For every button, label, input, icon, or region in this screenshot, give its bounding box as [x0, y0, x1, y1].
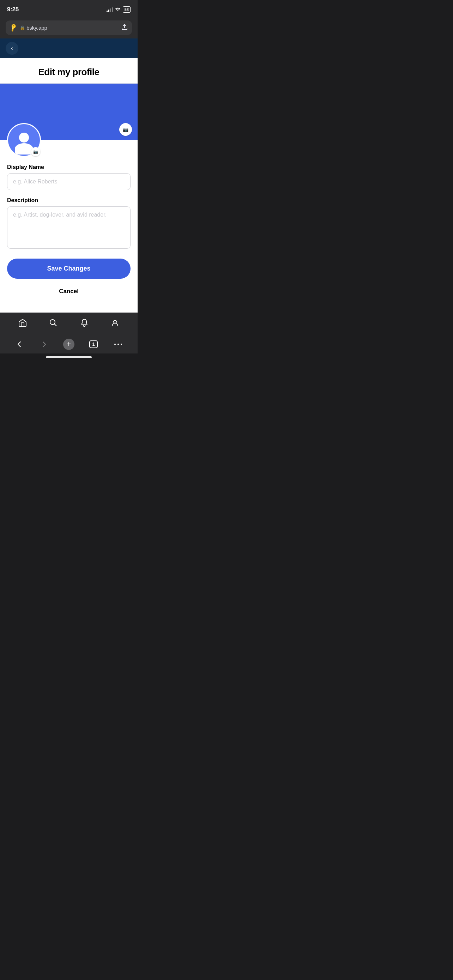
tab-count-badge: 1	[89, 340, 98, 348]
cover-camera-icon: 📷	[123, 127, 129, 132]
signal-icon	[106, 7, 113, 12]
status-bar: 9:25 58	[0, 0, 138, 18]
back-button[interactable]: ‹	[6, 42, 18, 55]
svg-point-4	[118, 344, 119, 345]
tabs-button[interactable]: 1	[81, 340, 106, 348]
svg-point-5	[121, 344, 122, 345]
status-icons: 58	[106, 6, 130, 13]
more-button[interactable]	[106, 343, 130, 345]
app-nav-bar	[0, 313, 138, 334]
cover-photo-button[interactable]: 📷	[119, 123, 132, 136]
nav-profile[interactable]	[100, 318, 131, 329]
home-icon	[18, 318, 27, 329]
display-name-label: Display Name	[7, 164, 130, 170]
avatar-wrapper: 📷	[7, 123, 41, 157]
search-icon	[49, 318, 58, 329]
description-input[interactable]	[7, 206, 130, 249]
save-changes-button[interactable]: Save Changes	[7, 259, 130, 279]
avatar-photo-button[interactable]: 📷	[31, 147, 40, 156]
lock-icon: 🔒	[20, 25, 25, 30]
nav-home[interactable]	[7, 318, 38, 329]
browser-nav-bar: ‹	[0, 38, 138, 58]
cancel-button[interactable]: Cancel	[7, 284, 130, 298]
bell-icon	[80, 318, 89, 329]
browser-forward-button[interactable]	[32, 340, 56, 348]
svg-point-3	[114, 344, 116, 345]
browser-bottom-bar: + 1	[0, 334, 138, 353]
url-text[interactable]: bsky.app	[27, 25, 47, 31]
page-title: Edit my profile	[7, 67, 130, 78]
page-title-section: Edit my profile	[0, 58, 138, 84]
battery-icon: 58	[123, 6, 130, 13]
new-tab-button[interactable]: +	[56, 339, 81, 350]
wifi-icon	[115, 7, 121, 12]
display-name-input[interactable]	[7, 173, 130, 190]
profile-icon	[110, 318, 119, 329]
url-bar: 🔑 🔒 bsky.app	[0, 18, 138, 38]
nav-notifications[interactable]	[69, 318, 100, 329]
avatar-camera-icon: 📷	[33, 150, 38, 154]
avatar-person-icon	[15, 124, 33, 156]
plus-icon: +	[67, 340, 71, 348]
svg-point-2	[114, 320, 116, 323]
back-chevron-icon: ‹	[11, 46, 13, 51]
main-content: Edit my profile 📷 📷 Display Name Descrip…	[0, 58, 138, 313]
description-label: Description	[7, 197, 130, 204]
svg-point-0	[117, 10, 118, 11]
status-time: 9:25	[7, 6, 19, 13]
key-icon: 🔑	[9, 23, 18, 32]
cover-section: 📷 📷	[0, 84, 138, 140]
form-section: Display Name Description Save Changes Ca…	[0, 140, 138, 313]
browser-back-button[interactable]	[7, 340, 32, 348]
home-bar	[46, 356, 92, 358]
home-indicator	[0, 353, 138, 362]
nav-search[interactable]	[38, 318, 69, 329]
share-icon[interactable]	[121, 23, 128, 32]
